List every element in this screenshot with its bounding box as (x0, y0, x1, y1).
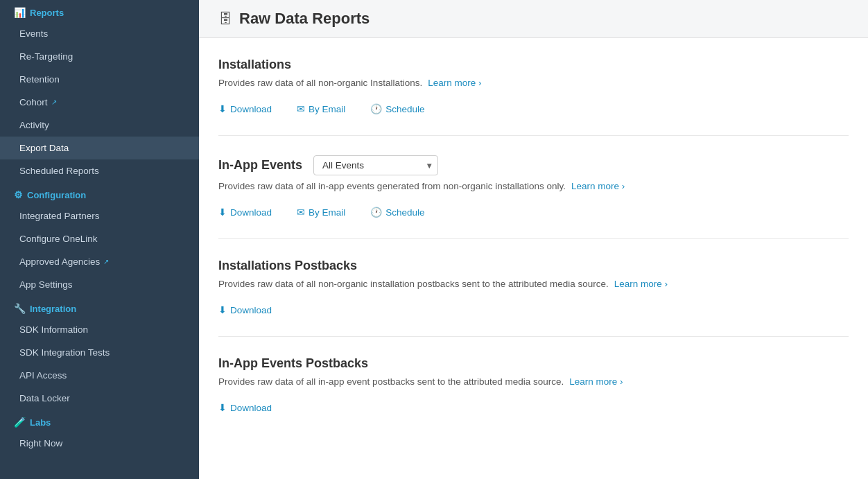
by-email-button-in-app-events[interactable]: ✉By Email (297, 202, 358, 222)
actions-in-app-events: ⬇Download✉By Email🕐Schedule (218, 202, 849, 222)
sidebar-item-data-locker[interactable]: Data Locker (0, 387, 199, 410)
page-title: Raw Data Reports (239, 10, 370, 28)
actions-in-app-events-postbacks: ⬇Download (218, 398, 849, 417)
download-button-in-app-events-postbacks[interactable]: ⬇Download (218, 398, 284, 417)
sidebar-section-labs[interactable]: 🧪Labs (0, 410, 199, 432)
learn-more-installations-postbacks[interactable]: Learn more › (614, 279, 668, 289)
download-icon: ⬇ (218, 402, 227, 413)
download-label: Download (230, 104, 272, 114)
raw-data-icon: 🗄 (218, 11, 232, 27)
sidebar-section-reports[interactable]: 📊Reports (0, 0, 199, 22)
section-title-installations: Installations (218, 58, 849, 72)
download-icon: ⬇ (218, 207, 227, 218)
sidebar-item-label: Retention (19, 74, 60, 85)
schedule-icon: 🕐 (370, 207, 382, 218)
sidebar-item-label: Events (19, 28, 48, 39)
section-desc-in-app-events-postbacks: Provides raw data of all in-app event po… (218, 376, 849, 387)
main-body: InstallationsProvides raw data of all no… (199, 38, 868, 434)
reports-section-icon: 📊 (14, 7, 26, 18)
by-email-icon: ✉ (297, 207, 305, 218)
sidebar-section-configuration[interactable]: ⚙Configuration (0, 182, 199, 204)
download-icon: ⬇ (218, 103, 227, 114)
configuration-section-icon: ⚙ (14, 189, 23, 200)
external-link-icon: ↗ (51, 98, 57, 106)
download-button-in-app-events[interactable]: ⬇Download (218, 202, 284, 222)
by-email-label: By Email (309, 104, 345, 114)
section-desc-text: Provides raw data of all non-organic Ins… (218, 78, 422, 88)
sidebar-item-api-access[interactable]: API Access (0, 364, 199, 387)
by-email-label: By Email (309, 207, 345, 218)
section-title-installations-postbacks: Installations Postbacks (218, 259, 849, 273)
section-title-text: Installations (218, 58, 291, 72)
sidebar-section-label: Labs (30, 417, 51, 428)
sidebar-item-sdk-information[interactable]: SDK Information (0, 318, 199, 341)
integration-section-icon: 🔧 (14, 303, 26, 314)
download-button-installations[interactable]: ⬇Download (218, 99, 284, 119)
sidebar-item-retention[interactable]: Retention (0, 68, 199, 91)
actions-installations: ⬇Download✉By Email🕐Schedule (218, 99, 849, 119)
by-email-icon: ✉ (297, 103, 305, 114)
learn-more-in-app-events-postbacks[interactable]: Learn more › (569, 376, 623, 387)
sidebar-item-label: App Settings (19, 279, 73, 290)
section-title-text: Installations Postbacks (218, 259, 357, 273)
sidebar-item-right-now[interactable]: Right Now (0, 432, 199, 455)
sidebar-item-label: Data Locker (19, 393, 70, 403)
sidebar: 📊ReportsEventsRe-TargetingRetentionCohor… (0, 0, 199, 479)
section-desc-installations-postbacks: Provides raw data of all non-organic ins… (218, 279, 849, 289)
sidebar-item-retargeting[interactable]: Re-Targeting (0, 45, 199, 68)
section-title-text: In-App Events (218, 158, 302, 173)
sidebar-item-label: Re-Targeting (19, 51, 73, 62)
sidebar-item-integrated-partners[interactable]: Integrated Partners (0, 204, 199, 227)
download-label: Download (230, 403, 272, 413)
actions-installations-postbacks: ⬇Download (218, 300, 849, 320)
labs-section-icon: 🧪 (14, 417, 26, 428)
schedule-label: Schedule (385, 207, 424, 218)
sidebar-item-cohort[interactable]: Cohort ↗ (0, 91, 199, 114)
main-header: 🗄 Raw Data Reports (199, 0, 868, 38)
section-installations: InstallationsProvides raw data of all no… (218, 38, 849, 136)
sidebar-section-integration[interactable]: 🔧Integration (0, 296, 199, 318)
download-button-installations-postbacks[interactable]: ⬇Download (218, 300, 284, 320)
section-desc-text: Provides raw data of all in-app events g… (218, 181, 566, 191)
by-email-button-installations[interactable]: ✉By Email (297, 99, 358, 119)
sidebar-item-events[interactable]: Events (0, 22, 199, 45)
learn-more-in-app-events[interactable]: Learn more › (571, 181, 625, 191)
section-installations-postbacks: Installations PostbacksProvides raw data… (218, 239, 849, 337)
external-link-icon: ↗ (103, 258, 109, 265)
sidebar-item-app-settings[interactable]: App Settings (0, 273, 199, 296)
sidebar-item-label: Activity (19, 120, 49, 130)
section-title-in-app-events: In-App EventsAll Events▾ (218, 155, 849, 175)
section-desc-text: Provides raw data of all in-app event po… (218, 376, 564, 387)
sidebar-item-label: Right Now (19, 438, 62, 448)
learn-more-installations[interactable]: Learn more › (428, 78, 481, 88)
schedule-icon: 🕐 (370, 103, 382, 114)
download-label: Download (230, 207, 272, 218)
schedule-button-in-app-events[interactable]: 🕐Schedule (370, 202, 437, 222)
sidebar-item-export-data[interactable]: Export Data (0, 137, 199, 159)
sidebar-item-approved-agencies[interactable]: Approved Agencies ↗ (0, 250, 199, 273)
sidebar-item-label: Scheduled Reports (19, 166, 99, 176)
schedule-label: Schedule (385, 104, 424, 114)
sidebar-item-label: Configure OneLink (19, 234, 98, 244)
sidebar-item-configure-onelink[interactable]: Configure OneLink (0, 227, 199, 250)
sidebar-section-label: Reports (30, 8, 64, 18)
sidebar-item-label: Export Data (19, 143, 69, 153)
section-desc-in-app-events: Provides raw data of all in-app events g… (218, 181, 849, 191)
section-in-app-events: In-App EventsAll Events▾Provides raw dat… (218, 136, 849, 239)
download-icon: ⬇ (218, 304, 227, 315)
section-in-app-events-postbacks: In-App Events PostbacksProvides raw data… (218, 337, 849, 434)
sidebar-item-sdk-integration-tests[interactable]: SDK Integration Tests (0, 341, 199, 364)
event-select[interactable]: All Events (313, 155, 438, 175)
section-desc-installations: Provides raw data of all non-organic Ins… (218, 78, 849, 88)
sidebar-item-label: Approved Agencies (19, 256, 100, 267)
schedule-button-installations[interactable]: 🕐Schedule (370, 99, 437, 119)
sidebar-item-label: API Access (19, 370, 67, 381)
sidebar-item-scheduled-reports[interactable]: Scheduled Reports (0, 159, 199, 182)
sidebar-section-label: Integration (30, 304, 76, 314)
section-desc-text: Provides raw data of all non-organic ins… (218, 279, 609, 289)
event-select-wrapper: All Events▾ (313, 155, 438, 175)
sidebar-item-label: SDK Integration Tests (19, 347, 110, 358)
sidebar-item-label: Integrated Partners (19, 211, 100, 221)
sidebar-item-activity[interactable]: Activity (0, 114, 199, 137)
sidebar-section-label: Configuration (27, 190, 86, 200)
